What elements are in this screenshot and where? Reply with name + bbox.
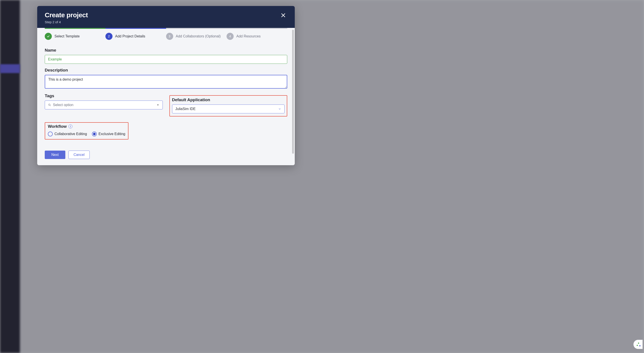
modal-header: Create project Step 2 of 4 (37, 6, 295, 28)
name-label: Name (45, 48, 287, 53)
cookie-dot-icon (638, 342, 639, 344)
close-icon (280, 12, 286, 18)
radio-exclusive-label: Exclusive Editing (98, 132, 125, 136)
default-app-highlight: Default Application JuliaSim IDE (170, 95, 288, 116)
chevron-down-icon (278, 108, 281, 110)
modal-footer: Next Cancel (45, 150, 287, 159)
step-4-label: Add Resources (236, 34, 260, 38)
default-app-group: Default Application JuliaSim IDE (170, 92, 288, 116)
tags-select[interactable]: Select option (45, 100, 163, 110)
step-4-circle: 4 (226, 33, 234, 40)
name-input[interactable] (45, 55, 287, 64)
modal-title: Create project (45, 11, 88, 19)
step-project-details[interactable]: 2 Add Project Details (106, 28, 166, 44)
step-3-label: Add Collaborators (Optional) (176, 34, 221, 38)
radio-exclusive-circle (92, 132, 97, 136)
default-app-value: JuliaSim IDE (176, 107, 196, 111)
modal-body: Select Template 2 Add Project Details 3 … (37, 28, 295, 165)
default-app-label: Default Application (172, 98, 285, 102)
step-1-circle (45, 33, 52, 40)
workflow-label: Workflow i (48, 124, 125, 129)
step-collaborators[interactable]: 3 Add Collaborators (Optional) (166, 28, 227, 44)
cookie-dot-icon (637, 345, 638, 346)
step-2-circle: 2 (106, 33, 112, 40)
cookie-dot-icon (639, 345, 640, 346)
step-3-circle: 3 (166, 33, 173, 40)
close-button[interactable] (279, 11, 287, 19)
step-2-label: Add Project Details (115, 34, 145, 38)
radio-collab-label: Collaborative Editing (54, 132, 87, 136)
description-label: Description (45, 68, 287, 73)
cookie-widget[interactable] (633, 340, 643, 349)
stepper: Select Template 2 Add Project Details 3 … (45, 28, 287, 44)
tags-group: Tags Select option (45, 94, 163, 110)
description-group: Description (45, 68, 287, 90)
search-icon (48, 104, 51, 106)
workflow-label-text: Workflow (48, 124, 67, 129)
check-icon (46, 34, 50, 38)
step-select-template[interactable]: Select Template (45, 28, 106, 44)
description-input[interactable] (45, 75, 287, 88)
radio-exclusive[interactable]: Exclusive Editing (92, 132, 125, 136)
cancel-button[interactable]: Cancel (68, 150, 90, 159)
tags-label: Tags (45, 94, 163, 98)
caret-down-icon (156, 104, 160, 106)
step-resources[interactable]: 4 Add Resources (226, 28, 287, 44)
radio-collaborative[interactable]: Collaborative Editing (48, 132, 87, 136)
workflow-highlight: Workflow i Collaborative Editing Exclusi… (45, 122, 128, 140)
radio-collab-circle (48, 132, 53, 136)
svg-point-0 (48, 104, 50, 106)
create-project-modal: Create project Step 2 of 4 Select Templa… (37, 6, 295, 165)
info-icon[interactable]: i (68, 124, 72, 128)
scrollbar[interactable] (292, 30, 294, 154)
next-button[interactable]: Next (45, 150, 65, 159)
default-app-select[interactable]: JuliaSim IDE (172, 104, 285, 114)
modal-step-indicator: Step 2 of 4 (45, 20, 88, 24)
name-group: Name (45, 48, 287, 64)
workflow-radio-group: Collaborative Editing Exclusive Editing (48, 132, 125, 136)
tags-placeholder: Select option (53, 103, 74, 107)
step-1-label: Select Template (54, 34, 80, 38)
